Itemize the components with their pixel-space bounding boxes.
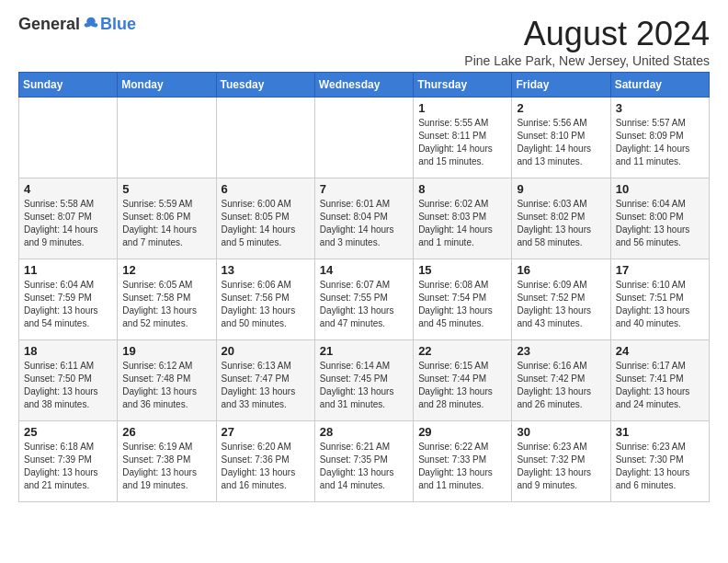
day-number: 28 (320, 425, 408, 439)
cell-info: Sunrise: 6:21 AM Sunset: 7:35 PM Dayligh… (320, 441, 408, 492)
cell-info: Sunrise: 6:23 AM Sunset: 7:30 PM Dayligh… (616, 441, 704, 492)
cell-info: Sunrise: 6:08 AM Sunset: 7:54 PM Dayligh… (418, 279, 506, 330)
day-number: 5 (122, 182, 210, 196)
column-header-saturday: Saturday (610, 73, 709, 98)
cell-info: Sunrise: 6:14 AM Sunset: 7:45 PM Dayligh… (320, 360, 408, 411)
day-number: 2 (517, 101, 605, 115)
cell-info: Sunrise: 5:58 AM Sunset: 8:07 PM Dayligh… (24, 198, 112, 249)
cell-info: Sunrise: 6:10 AM Sunset: 7:51 PM Dayligh… (616, 279, 704, 330)
day-number: 6 (222, 182, 310, 196)
day-number: 14 (320, 263, 408, 277)
column-header-monday: Monday (118, 73, 216, 98)
day-number: 21 (320, 344, 408, 358)
cell-info: Sunrise: 6:13 AM Sunset: 7:47 PM Dayligh… (222, 360, 310, 411)
calendar-cell: 16Sunrise: 6:09 AM Sunset: 7:52 PM Dayli… (512, 259, 610, 340)
day-number: 10 (616, 182, 704, 196)
day-number: 4 (24, 182, 112, 196)
day-number: 8 (418, 182, 506, 196)
calendar-week-4: 18Sunrise: 6:11 AM Sunset: 7:50 PM Dayli… (19, 340, 710, 421)
calendar-cell: 28Sunrise: 6:21 AM Sunset: 7:35 PM Dayli… (314, 421, 413, 502)
calendar-cell: 18Sunrise: 6:11 AM Sunset: 7:50 PM Dayli… (19, 340, 118, 421)
calendar-body: 1Sunrise: 5:55 AM Sunset: 8:11 PM Daylig… (19, 98, 710, 502)
calendar-cell: 2Sunrise: 5:56 AM Sunset: 8:10 PM Daylig… (512, 98, 610, 178)
calendar-cell: 19Sunrise: 6:12 AM Sunset: 7:48 PM Dayli… (118, 340, 216, 421)
calendar-cell: 9Sunrise: 6:03 AM Sunset: 8:02 PM Daylig… (512, 178, 610, 259)
calendar-cell: 24Sunrise: 6:17 AM Sunset: 7:41 PM Dayli… (610, 340, 709, 421)
cell-info: Sunrise: 5:59 AM Sunset: 8:06 PM Dayligh… (122, 198, 210, 249)
day-number: 7 (320, 182, 408, 196)
day-number: 15 (418, 263, 506, 277)
cell-info: Sunrise: 6:00 AM Sunset: 8:05 PM Dayligh… (222, 198, 310, 249)
day-number: 16 (517, 263, 605, 277)
calendar-cell: 25Sunrise: 6:18 AM Sunset: 7:39 PM Dayli… (19, 421, 118, 502)
day-number: 19 (122, 344, 210, 358)
day-number: 9 (517, 182, 605, 196)
calendar-cell: 23Sunrise: 6:16 AM Sunset: 7:42 PM Dayli… (512, 340, 610, 421)
logo: General Blue (18, 15, 136, 34)
day-number: 23 (517, 344, 605, 358)
calendar-cell: 30Sunrise: 6:23 AM Sunset: 7:32 PM Dayli… (512, 421, 610, 502)
calendar-cell: 15Sunrise: 6:08 AM Sunset: 7:54 PM Dayli… (414, 259, 512, 340)
column-header-wednesday: Wednesday (314, 73, 413, 98)
cell-info: Sunrise: 5:57 AM Sunset: 8:09 PM Dayligh… (616, 117, 704, 168)
day-number: 12 (122, 263, 210, 277)
day-number: 18 (24, 344, 112, 358)
calendar-cell: 20Sunrise: 6:13 AM Sunset: 7:47 PM Dayli… (216, 340, 314, 421)
cell-info: Sunrise: 6:12 AM Sunset: 7:48 PM Dayligh… (122, 360, 210, 411)
cell-info: Sunrise: 6:01 AM Sunset: 8:04 PM Dayligh… (320, 198, 408, 249)
day-number: 11 (24, 263, 112, 277)
cell-info: Sunrise: 6:17 AM Sunset: 7:41 PM Dayligh… (616, 360, 704, 411)
page-header: General Blue August 2024 Pine Lake Park,… (18, 15, 710, 68)
day-number: 26 (122, 425, 210, 439)
title-section: August 2024 Pine Lake Park, New Jersey, … (464, 15, 710, 68)
calendar-cell: 22Sunrise: 6:15 AM Sunset: 7:44 PM Dayli… (414, 340, 512, 421)
calendar-cell: 29Sunrise: 6:22 AM Sunset: 7:33 PM Dayli… (414, 421, 512, 502)
calendar-cell: 7Sunrise: 6:01 AM Sunset: 8:04 PM Daylig… (314, 178, 413, 259)
calendar-week-2: 4Sunrise: 5:58 AM Sunset: 8:07 PM Daylig… (19, 178, 710, 259)
calendar-cell: 17Sunrise: 6:10 AM Sunset: 7:51 PM Dayli… (610, 259, 709, 340)
column-header-thursday: Thursday (414, 73, 512, 98)
cell-info: Sunrise: 6:05 AM Sunset: 7:58 PM Dayligh… (122, 279, 210, 330)
cell-info: Sunrise: 6:16 AM Sunset: 7:42 PM Dayligh… (517, 360, 605, 411)
calendar-cell: 4Sunrise: 5:58 AM Sunset: 8:07 PM Daylig… (19, 178, 118, 259)
day-number: 22 (418, 344, 506, 358)
calendar-cell: 1Sunrise: 5:55 AM Sunset: 8:11 PM Daylig… (414, 98, 512, 178)
cell-info: Sunrise: 6:06 AM Sunset: 7:56 PM Dayligh… (222, 279, 310, 330)
cell-info: Sunrise: 6:22 AM Sunset: 7:33 PM Dayligh… (418, 441, 506, 492)
cell-info: Sunrise: 6:03 AM Sunset: 8:02 PM Dayligh… (517, 198, 605, 249)
day-number: 31 (616, 425, 704, 439)
logo-blue-text: Blue (100, 15, 136, 34)
cell-info: Sunrise: 6:02 AM Sunset: 8:03 PM Dayligh… (418, 198, 506, 249)
calendar-cell: 21Sunrise: 6:14 AM Sunset: 7:45 PM Dayli… (314, 340, 413, 421)
calendar-table: SundayMondayTuesdayWednesdayThursdayFrid… (18, 72, 710, 502)
day-number: 30 (517, 425, 605, 439)
column-header-tuesday: Tuesday (216, 73, 314, 98)
calendar-cell (216, 98, 314, 178)
cell-info: Sunrise: 6:19 AM Sunset: 7:38 PM Dayligh… (122, 441, 210, 492)
day-number: 29 (418, 425, 506, 439)
calendar-cell: 13Sunrise: 6:06 AM Sunset: 7:56 PM Dayli… (216, 259, 314, 340)
calendar-cell: 26Sunrise: 6:19 AM Sunset: 7:38 PM Dayli… (118, 421, 216, 502)
calendar-cell: 5Sunrise: 5:59 AM Sunset: 8:06 PM Daylig… (118, 178, 216, 259)
calendar-cell: 3Sunrise: 5:57 AM Sunset: 8:09 PM Daylig… (610, 98, 709, 178)
cell-info: Sunrise: 5:56 AM Sunset: 8:10 PM Dayligh… (517, 117, 605, 168)
day-number: 1 (418, 101, 506, 115)
day-number: 20 (222, 344, 310, 358)
location-text: Pine Lake Park, New Jersey, United State… (464, 53, 710, 68)
column-header-sunday: Sunday (19, 73, 118, 98)
calendar-week-5: 25Sunrise: 6:18 AM Sunset: 7:39 PM Dayli… (19, 421, 710, 502)
calendar-cell: 31Sunrise: 6:23 AM Sunset: 7:30 PM Dayli… (610, 421, 709, 502)
calendar-cell: 11Sunrise: 6:04 AM Sunset: 7:59 PM Dayli… (19, 259, 118, 340)
cell-info: Sunrise: 6:23 AM Sunset: 7:32 PM Dayligh… (517, 441, 605, 492)
calendar-header-row: SundayMondayTuesdayWednesdayThursdayFrid… (19, 73, 710, 98)
cell-info: Sunrise: 5:55 AM Sunset: 8:11 PM Dayligh… (418, 117, 506, 168)
calendar-cell: 8Sunrise: 6:02 AM Sunset: 8:03 PM Daylig… (414, 178, 512, 259)
calendar-week-1: 1Sunrise: 5:55 AM Sunset: 8:11 PM Daylig… (19, 98, 710, 178)
day-number: 3 (616, 101, 704, 115)
calendar-cell (19, 98, 118, 178)
calendar-cell (118, 98, 216, 178)
calendar-cell: 10Sunrise: 6:04 AM Sunset: 8:00 PM Dayli… (610, 178, 709, 259)
calendar-cell: 12Sunrise: 6:05 AM Sunset: 7:58 PM Dayli… (118, 259, 216, 340)
calendar-cell (314, 98, 413, 178)
cell-info: Sunrise: 6:09 AM Sunset: 7:52 PM Dayligh… (517, 279, 605, 330)
